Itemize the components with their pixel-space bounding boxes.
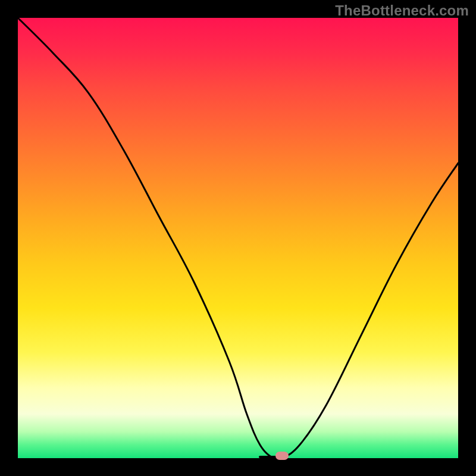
- bottleneck-curve: [18, 18, 458, 458]
- plot-area: [18, 18, 458, 458]
- chart-frame: TheBottleneck.com: [0, 0, 476, 476]
- watermark-text: TheBottleneck.com: [335, 2, 469, 19]
- optimal-point-marker: [275, 452, 289, 460]
